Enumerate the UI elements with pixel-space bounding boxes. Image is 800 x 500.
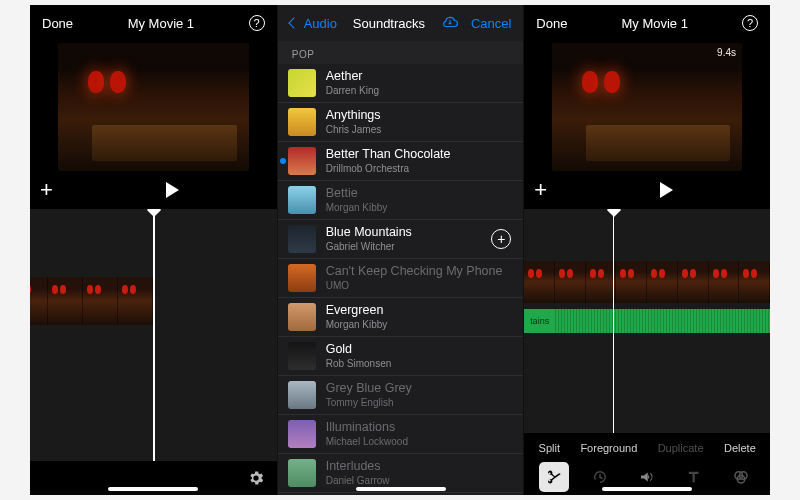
track-row[interactable]: BettieMorgan Kibby xyxy=(278,181,524,220)
duplicate-button: Duplicate xyxy=(658,442,704,454)
track-row[interactable]: Grey Blue GreyTommy English xyxy=(278,376,524,415)
screen-title: Soundtracks xyxy=(337,16,441,31)
track-row[interactable]: Blue MountainsGabriel Witcher+ xyxy=(278,220,524,259)
track-artist: Morgan Kibby xyxy=(326,319,512,330)
clip-actions-row: Split Foreground Duplicate Delete xyxy=(524,433,770,459)
album-art xyxy=(288,420,316,448)
track-list[interactable]: AetherDarren KingAnythingsChris JamesBet… xyxy=(278,64,524,495)
album-art xyxy=(288,381,316,409)
delete-button[interactable]: Delete xyxy=(724,442,756,454)
transport-bar: + xyxy=(524,171,770,209)
done-button[interactable]: Done xyxy=(536,16,567,31)
track-artist: Morgan Kibby xyxy=(326,202,512,213)
album-art xyxy=(288,459,316,487)
settings-button[interactable] xyxy=(247,469,265,487)
track-title: Aether xyxy=(326,70,512,84)
download-all-button[interactable] xyxy=(441,16,459,31)
album-art xyxy=(288,303,316,331)
add-media-button[interactable]: + xyxy=(40,177,53,203)
track-artist: Gabriel Witcher xyxy=(326,241,482,252)
play-button[interactable] xyxy=(166,182,179,198)
back-button[interactable]: Audio xyxy=(290,16,337,31)
track-row[interactable]: AnythingsChris James xyxy=(278,103,524,142)
track-artist: Darren King xyxy=(326,85,512,96)
album-art xyxy=(288,225,316,253)
editor-pane-before: Done My Movie 1 ? + xyxy=(30,5,277,495)
home-indicator xyxy=(108,487,198,491)
help-icon[interactable]: ? xyxy=(249,15,265,31)
video-clip[interactable] xyxy=(524,261,770,303)
track-title: Interludes xyxy=(326,460,512,474)
track-title: Can't Keep Checking My Phone xyxy=(326,265,512,279)
track-title: Grey Blue Grey xyxy=(326,382,512,396)
project-title: My Movie 1 xyxy=(567,16,742,31)
track-artist: Tommy English xyxy=(326,397,512,408)
play-button[interactable] xyxy=(660,182,673,198)
album-art xyxy=(288,342,316,370)
album-art xyxy=(288,264,316,292)
track-artist: Rob Simonsen xyxy=(326,358,512,369)
editor-pane-after: Done My Movie 1 ? 9.4s + xyxy=(523,5,770,495)
playhead[interactable] xyxy=(613,209,615,433)
video-clip[interactable] xyxy=(30,277,153,325)
track-row[interactable]: EvergreenMorgan Kibby xyxy=(278,298,524,337)
track-title: Illuminations xyxy=(326,421,512,435)
foreground-button[interactable]: Foreground xyxy=(580,442,637,454)
video-preview: 9.4s xyxy=(524,41,770,171)
track-title: Better Than Chocolate xyxy=(326,148,512,162)
top-bar: Done My Movie 1 ? xyxy=(524,5,770,41)
album-art xyxy=(288,147,316,175)
add-media-button[interactable]: + xyxy=(534,177,547,203)
track-row[interactable]: IlluminationsMichael Lockwood xyxy=(278,415,524,454)
done-button[interactable]: Done xyxy=(42,16,73,31)
track-artist: Daniel Garrow xyxy=(326,475,512,486)
add-track-button[interactable]: + xyxy=(491,229,511,249)
track-row[interactable]: It's a TripJoywave xyxy=(278,493,524,495)
cancel-button[interactable]: Cancel xyxy=(471,16,511,31)
album-art xyxy=(288,108,316,136)
clip-duration: 9.4s xyxy=(717,47,736,58)
chevron-left-icon xyxy=(288,17,299,28)
audio-clip[interactable]: tains xyxy=(524,309,770,333)
top-bar: Done My Movie 1 ? xyxy=(30,5,277,41)
track-title: Blue Mountains xyxy=(326,226,482,240)
playhead[interactable] xyxy=(153,209,155,461)
soundtracks-pane: Audio Soundtracks Cancel POP AetherDarre… xyxy=(277,5,524,495)
back-label: Audio xyxy=(304,16,337,31)
scissors-tool[interactable] xyxy=(539,462,569,492)
transport-bar: + xyxy=(30,171,277,209)
filters-tool xyxy=(726,462,756,492)
track-row[interactable]: AetherDarren King xyxy=(278,64,524,103)
audio-clip-label: tains xyxy=(530,316,549,326)
track-artist: Chris James xyxy=(326,124,512,135)
top-bar: Audio Soundtracks Cancel xyxy=(278,5,524,41)
preview-frame[interactable] xyxy=(58,43,249,171)
timeline[interactable]: tains xyxy=(524,209,770,433)
album-art xyxy=(288,186,316,214)
track-title: Anythings xyxy=(326,109,512,123)
track-row[interactable]: Can't Keep Checking My PhoneUMO xyxy=(278,259,524,298)
now-playing-dot-icon xyxy=(280,158,286,164)
album-art xyxy=(288,69,316,97)
section-header: POP xyxy=(278,41,524,64)
help-icon[interactable]: ? xyxy=(742,15,758,31)
home-indicator xyxy=(602,487,692,491)
track-row[interactable]: GoldRob Simonsen xyxy=(278,337,524,376)
track-artist: UMO xyxy=(326,280,512,291)
preview-frame[interactable]: 9.4s xyxy=(552,43,742,171)
video-preview xyxy=(30,41,277,171)
track-title: Gold xyxy=(326,343,512,357)
track-row[interactable]: Better Than ChocolateDrillmob Orchestra xyxy=(278,142,524,181)
track-title: Bettie xyxy=(326,187,512,201)
project-title: My Movie 1 xyxy=(73,16,249,31)
split-button[interactable]: Split xyxy=(539,442,560,454)
home-indicator xyxy=(356,487,446,491)
track-artist: Drillmob Orchestra xyxy=(326,163,512,174)
track-artist: Michael Lockwood xyxy=(326,436,512,447)
timeline[interactable] xyxy=(30,209,277,461)
track-title: Evergreen xyxy=(326,304,512,318)
